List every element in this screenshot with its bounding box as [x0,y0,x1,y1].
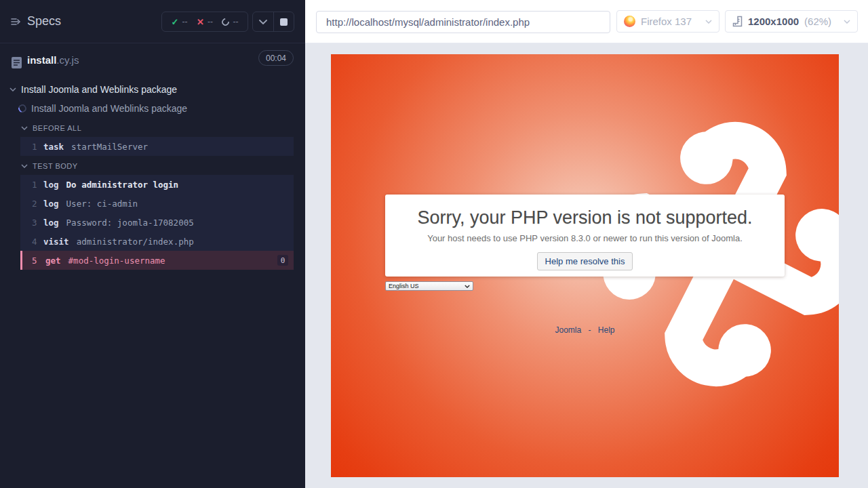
viewport-size: 1200x1000 [748,16,799,27]
run-controls [252,12,294,32]
command-name: get [45,256,61,266]
stop-icon [280,18,288,26]
command-number: 5 [22,256,45,266]
command-name: log [43,180,59,190]
command-badge: 0 [277,255,288,266]
viewport-zoom: (62%) [804,16,831,27]
command-number: 3 [20,218,43,228]
viewport-size-selector[interactable]: 1200x1000 (62%) [725,10,858,33]
command-name: log [43,199,59,209]
section-toggle[interactable]: BEFORE ALL [0,118,305,137]
spec-name-base: install [27,54,56,66]
spec-file-icon [11,56,22,72]
section-toggle[interactable]: TEST BODY [0,156,305,175]
php-error-card: Sorry, your PHP version is not supported… [385,195,785,277]
suite-row[interactable]: Install Joomla and Weblinks package [0,80,305,99]
command-name: task [43,142,64,152]
chevron-down-icon [705,20,712,24]
help-link[interactable]: Help [598,325,615,335]
running-icon [220,16,231,26]
spec-name-ext: .cy.js [56,54,79,66]
command-number: 4 [20,237,43,247]
stat-running: -- [222,17,238,26]
command-row[interactable]: 5get#mod-login-username0 [20,251,294,270]
browser-name: Firefox 137 [641,16,692,27]
specs-menu-icon[interactable] [10,16,22,30]
spec-name: install.cy.js [27,54,79,66]
test-stats: ✓ -- ✕ -- -- [161,12,248,32]
section-label: BEFORE ALL [33,124,81,132]
stop-button[interactable] [273,12,294,31]
cypress-reporter-sidebar: Specs ✓ -- ✕ -- -- [0,0,305,488]
reporter-header: Specs ✓ -- ✕ -- -- [0,0,305,43]
stat-passed: ✓ -- [172,17,188,27]
command-message: #mod-login-username [68,256,165,266]
command-number: 2 [20,199,43,209]
browser-url-bar: Firefox 137 1200x1000 (62%) [305,0,868,43]
command-row[interactable]: 2logUser: ci-admin [20,194,294,213]
spec-row[interactable]: install.cy.js 00:04 [0,43,305,76]
language-select[interactable]: English US [385,281,473,291]
command-message: Password: joomla-17082005 [66,218,194,228]
running-count: -- [233,17,238,26]
command-row[interactable]: 1taskstartMailServer [20,137,294,156]
test-title: Install Joomla and Weblinks package [31,103,187,114]
specs-title: Specs [27,14,61,28]
help-resolve-button[interactable]: Help me resolve this [537,252,633,270]
command-row[interactable]: 4visitadministrator/index.php [20,232,294,251]
firefox-icon [624,16,635,27]
passed-count: -- [182,17,187,26]
footer-separator: - [589,325,591,335]
test-row[interactable]: Install Joomla and Weblinks package [0,99,305,118]
test-running-spinner-icon [17,103,28,114]
command-sections: BEFORE ALL1taskstartMailServerTEST BODY1… [0,118,305,270]
aut-viewport: Sorry, your PHP version is not supported… [331,54,839,477]
ruler-icon [732,16,743,27]
joomla-link[interactable]: Joomla [555,325,581,335]
command-message: startMailServer [71,142,148,152]
aut-footer: Joomla - Help [331,325,839,335]
browser-selector[interactable]: Firefox 137 [616,10,719,33]
section-label: TEST BODY [33,162,78,170]
chevron-down-icon [465,285,470,288]
chevron-down-icon [9,87,16,92]
command-section: BEFORE ALL1taskstartMailServer [0,118,305,156]
chevron-down-icon [844,20,850,24]
collapse-all-button[interactable] [253,12,273,31]
chevron-down-icon [21,126,28,130]
suite-title: Install Joomla and Weblinks package [21,84,177,95]
command-message: User: ci-admin [66,199,138,209]
check-icon: ✓ [172,17,179,27]
command-name: log [43,218,59,228]
spec-duration-badge: 00:04 [258,50,294,66]
x-icon: ✕ [197,17,204,27]
command-name: visit [43,237,69,247]
failed-count: -- [208,17,213,26]
test-tree: Install Joomla and Weblinks package Inst… [0,80,305,270]
stat-failed: ✕ -- [197,17,213,27]
command-message: administrator/index.php [77,237,194,247]
command-row[interactable]: 3logPassword: joomla-17082005 [20,213,294,232]
command-number: 1 [20,142,43,152]
error-subtitle: Your host needs to use PHP version 8.3.0… [385,233,785,243]
aut-stage: Firefox 137 1200x1000 (62%) [305,0,868,488]
command-number: 1 [20,180,43,190]
chevron-down-icon [21,164,28,168]
command-row[interactable]: 1logDo administrator login [20,175,294,194]
error-title: Sorry, your PHP version is not supported… [385,207,785,228]
language-selected-value: English US [389,283,419,289]
command-section: TEST BODY1logDo administrator login2logU… [0,156,305,270]
command-message: Do administrator login [66,180,179,190]
url-input[interactable] [316,11,610,33]
